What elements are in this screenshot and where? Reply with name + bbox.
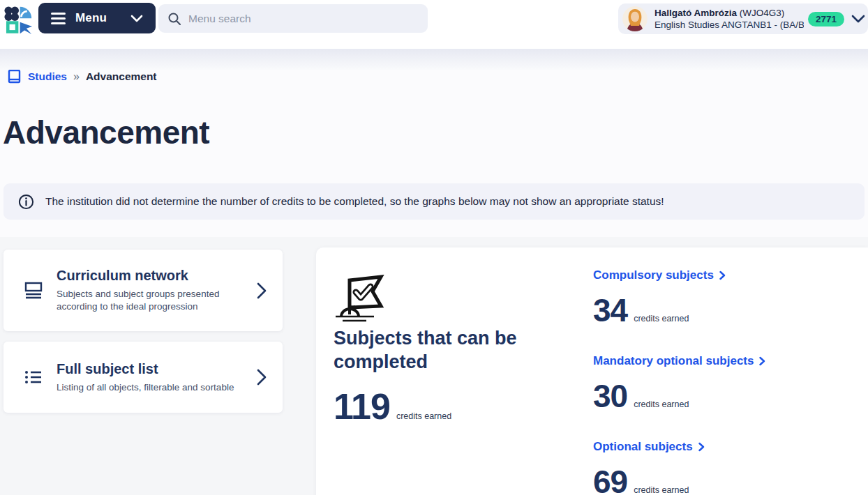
info-icon — [18, 194, 34, 210]
compulsory-subjects-link[interactable]: Compulsory subjects — [593, 268, 726, 282]
menu-button[interactable]: Menu — [38, 3, 156, 33]
chevron-right-icon — [257, 282, 267, 300]
content-section: Curriculum network Subjects and subject … — [0, 237, 868, 495]
group-link-label: Mandatory optional subjects — [593, 354, 754, 368]
info-banner: The institution did not determine the nu… — [3, 183, 865, 220]
card-description: Listing of all objects, filterable and s… — [57, 381, 257, 394]
menu-search — [158, 4, 428, 33]
group-credits-value: 34 — [593, 291, 627, 329]
flag-check-icon — [335, 271, 391, 325]
top-bar: Menu Hallgató Ambrózia (WJO4G3) — [0, 0, 868, 49]
menu-search-input[interactable] — [187, 12, 419, 26]
credit-group-compulsory: Compulsory subjects 34 credits earned — [593, 268, 765, 329]
chevron-right-icon — [257, 368, 267, 386]
chevron-right-icon — [759, 356, 765, 366]
card-title: Curriculum network — [57, 268, 257, 284]
curriculum-network-icon — [23, 281, 44, 300]
chevron-right-icon — [698, 442, 705, 452]
group-credits-value: 30 — [593, 377, 627, 415]
hamburger-icon — [51, 13, 66, 24]
mandatory-optional-subjects-link[interactable]: Mandatory optional subjects — [593, 354, 765, 368]
group-credits-value: 69 — [593, 463, 627, 495]
chevron-down-icon — [851, 15, 865, 23]
breadcrumb-current: Advancement — [86, 70, 157, 83]
full-subject-list-card[interactable]: Full subject list Listing of all objects… — [3, 342, 283, 413]
group-value-row: 69 credits earned — [593, 463, 765, 495]
group-credits-unit: credits earned — [634, 485, 689, 495]
user-name: Hallgató Ambrózia — [654, 8, 737, 18]
page-title: Advancement — [3, 114, 209, 151]
header-shadow-band — [0, 49, 868, 70]
credit-groups: Compulsory subjects 34 credits earned Ma… — [593, 268, 765, 495]
group-value-row: 34 credits earned — [593, 291, 765, 329]
group-link-label: Compulsory subjects — [593, 268, 714, 282]
optional-subjects-link[interactable]: Optional subjects — [593, 440, 705, 454]
user-program: English Studies ANGTANB1 - (BA/BS... — [654, 19, 804, 31]
list-icon — [23, 369, 44, 386]
credit-group-optional: Optional subjects 69 credits earned — [593, 440, 765, 495]
card-text: Curriculum network Subjects and subject … — [57, 268, 257, 313]
card-text: Full subject list Listing of all objects… — [57, 361, 257, 394]
group-credits-unit: credits earned — [634, 399, 689, 409]
user-avatar — [622, 6, 648, 31]
advancement-panel: Subjects that can be completed 119 credi… — [316, 247, 868, 495]
breadcrumb-studies-link[interactable]: Studies — [28, 70, 67, 83]
info-banner-text: The institution did not determine the nu… — [45, 195, 664, 208]
credit-group-mandatory-optional: Mandatory optional subjects 30 credits e… — [593, 354, 765, 415]
group-credits-unit: credits earned — [634, 314, 689, 323]
neptun-logo-icon — [2, 4, 33, 35]
group-value-row: 30 credits earned — [593, 377, 765, 415]
chevron-right-icon — [719, 271, 726, 280]
chevron-down-icon — [130, 15, 143, 22]
card-title: Full subject list — [57, 361, 257, 377]
studies-book-icon — [7, 69, 22, 84]
user-info: Hallgató Ambrózia (WJO4G3) English Studi… — [654, 7, 804, 31]
search-icon — [167, 12, 181, 26]
menu-button-label: Menu — [75, 11, 107, 25]
card-description: Subjects and subject groups presented ac… — [57, 288, 257, 313]
breadcrumb-separator: » — [73, 70, 80, 83]
notification-badge[interactable]: 2771 — [808, 12, 844, 26]
group-link-label: Optional subjects — [593, 440, 693, 454]
user-neptun-code: (WJO4G3) — [740, 8, 785, 18]
summary-credits-value: 119 — [334, 386, 390, 427]
breadcrumb: Studies » Advancement — [7, 69, 157, 84]
summary-credits-unit: credits earned — [396, 411, 451, 421]
summary-title: Subjects that can be completed — [334, 326, 557, 374]
curriculum-network-card[interactable]: Curriculum network Subjects and subject … — [3, 250, 283, 331]
user-menu[interactable]: Hallgató Ambrózia (WJO4G3) English Studi… — [618, 3, 868, 34]
summary-value: 119 credits earned — [334, 386, 451, 427]
